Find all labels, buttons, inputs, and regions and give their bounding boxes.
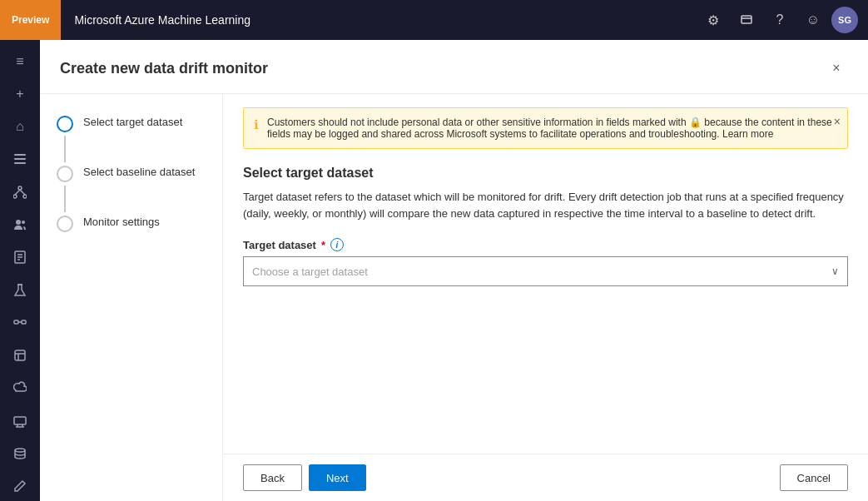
chevron-down-icon: ∨ xyxy=(831,265,839,277)
dialog-body: Select target dataset Select baseline da… xyxy=(40,94,868,501)
svg-rect-20 xyxy=(15,350,25,360)
sidebar-network-icon[interactable] xyxy=(5,177,35,206)
svg-line-8 xyxy=(15,190,20,195)
main-content: Create new data drift monitor × Select t… xyxy=(40,40,868,501)
svg-point-10 xyxy=(16,220,21,225)
required-marker: * xyxy=(321,239,325,251)
svg-rect-17 xyxy=(14,320,18,324)
warning-banner: ℹ Customers should not include personal … xyxy=(243,107,848,149)
step-3: Monitor settings xyxy=(57,214,206,232)
sidebar-add-icon[interactable]: + xyxy=(5,79,35,108)
section-title: Select target dataset xyxy=(243,166,848,181)
step-3-label: Monitor settings xyxy=(83,214,160,228)
section-description: Target dataset refers to the dataset whi… xyxy=(243,189,848,221)
svg-rect-18 xyxy=(22,320,26,324)
warning-close-button[interactable]: × xyxy=(834,115,841,128)
svg-point-27 xyxy=(15,449,25,452)
field-label: Target dataset * i xyxy=(243,238,848,251)
svg-rect-0 xyxy=(742,16,751,23)
sidebar-list-icon[interactable] xyxy=(5,145,35,174)
svg-point-11 xyxy=(22,221,25,224)
step-2-label: Select baseline dataset xyxy=(83,164,195,178)
svg-point-7 xyxy=(23,195,27,198)
dialog-header: Create new data drift monitor × xyxy=(40,40,868,94)
sidebar-compute-icon[interactable] xyxy=(5,406,35,435)
top-navigation: Preview Microsoft Azure Machine Learning… xyxy=(0,0,868,40)
svg-rect-23 xyxy=(14,417,26,424)
sidebar-edit-icon[interactable] xyxy=(5,472,35,501)
step-2: Select baseline dataset xyxy=(57,164,206,182)
section-content: Select target dataset Target dataset ref… xyxy=(223,149,868,454)
app-title: Microsoft Azure Machine Learning xyxy=(61,13,698,27)
settings-icon[interactable]: ⚙ xyxy=(698,5,728,35)
svg-point-5 xyxy=(18,186,22,190)
step-3-circle xyxy=(57,216,73,232)
feedback-icon[interactable]: ☺ xyxy=(798,5,828,35)
sidebar-flask-icon[interactable] xyxy=(5,275,35,305)
svg-point-6 xyxy=(13,195,17,198)
dialog-title: Create new data drift monitor xyxy=(60,60,268,77)
svg-rect-2 xyxy=(14,154,26,156)
sidebar-experiments-icon[interactable] xyxy=(5,243,35,272)
warning-info-icon: ℹ xyxy=(254,117,259,132)
next-button[interactable]: Next xyxy=(309,464,366,491)
sidebar-storage-icon[interactable] xyxy=(5,439,35,468)
sidebar-pipeline-icon[interactable] xyxy=(5,308,35,337)
step-1-circle xyxy=(57,116,73,132)
content-panel: ℹ Customers should not include personal … xyxy=(223,94,868,501)
back-button[interactable]: Back xyxy=(243,464,302,491)
step-connector-1 xyxy=(64,136,66,162)
svg-rect-4 xyxy=(14,162,26,164)
sidebar-cloud-icon[interactable] xyxy=(5,374,35,403)
field-info-icon[interactable]: i xyxy=(330,238,344,251)
topnav-icons: ⚙ ? ☺ SG xyxy=(698,5,868,35)
help-icon[interactable]: ? xyxy=(765,5,795,35)
close-button[interactable]: × xyxy=(825,57,848,80)
warning-text: Customers should not include personal da… xyxy=(267,117,837,140)
user-avatar[interactable]: SG xyxy=(831,7,858,33)
target-dataset-field: Target dataset * i Choose a target datas… xyxy=(243,238,848,286)
dialog-footer: Back Next Cancel xyxy=(223,454,868,501)
main-layout: ≡ + ⌂ xyxy=(0,40,868,501)
svg-line-9 xyxy=(20,190,25,195)
sidebar-menu-icon[interactable]: ≡ xyxy=(5,47,35,76)
svg-rect-3 xyxy=(14,158,26,160)
target-dataset-dropdown[interactable]: Choose a target dataset ∨ xyxy=(243,256,848,286)
preview-badge: Preview xyxy=(0,0,61,40)
cancel-button[interactable]: Cancel xyxy=(780,464,848,491)
sidebar: ≡ + ⌂ xyxy=(0,40,40,501)
sidebar-home-icon[interactable]: ⌂ xyxy=(5,112,35,141)
step-2-circle xyxy=(57,166,73,182)
step-connector-2 xyxy=(64,186,66,212)
notifications-icon[interactable] xyxy=(732,5,761,35)
dropdown-placeholder: Choose a target dataset xyxy=(252,265,368,278)
steps-panel: Select target dataset Select baseline da… xyxy=(40,94,223,501)
warning-learn-more-link[interactable]: Learn more xyxy=(722,128,773,140)
sidebar-models-icon[interactable] xyxy=(5,341,35,370)
step-1: Select target dataset xyxy=(57,114,206,132)
sidebar-users-icon[interactable] xyxy=(5,210,35,239)
step-1-label: Select target dataset xyxy=(83,114,182,128)
